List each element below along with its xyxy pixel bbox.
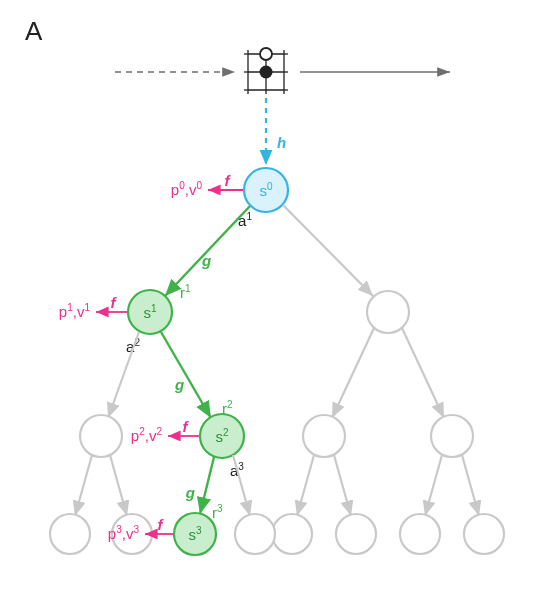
edge-gr1-l	[332, 328, 374, 418]
edge-s1-greyL	[108, 332, 139, 418]
stone-black	[260, 66, 273, 79]
edge-gr2r-r	[462, 455, 479, 516]
f2-label: f	[183, 418, 190, 435]
go-board-icon	[244, 48, 288, 94]
pv2-text: p2,v2	[131, 426, 163, 444]
grey-node-s2R	[235, 514, 275, 554]
edge-gr2l-l	[297, 455, 314, 516]
grey-node-bL1	[50, 514, 90, 554]
edge-s1-s2	[161, 332, 211, 418]
f1-label: f	[111, 294, 118, 311]
h-label: h	[277, 134, 286, 151]
grey-node-r2l	[303, 415, 345, 457]
f0-label: f	[225, 172, 232, 189]
g2-label: g	[174, 376, 184, 393]
r1-label: r1	[180, 283, 191, 301]
pv1-text: p1,v1	[59, 302, 91, 320]
edge-gr2l-r	[334, 455, 351, 516]
edge-gr2r-l	[425, 455, 442, 516]
f3-label: f	[158, 516, 165, 533]
grey-node-b2	[336, 514, 376, 554]
edge-s0-grey	[283, 205, 373, 296]
g1-label: g	[201, 252, 211, 269]
grey-node-s1L	[80, 415, 122, 457]
grey-node-r2r	[431, 415, 473, 457]
a1-label: a1	[238, 211, 252, 229]
edge-s1L-r	[110, 455, 127, 516]
r3-label: r3	[212, 503, 223, 521]
grey-node-b1	[272, 514, 312, 554]
grey-node-b4	[464, 514, 504, 554]
diagram-svg: A h s0 f p0,v	[0, 0, 554, 594]
panel-letter: A	[25, 16, 43, 46]
edge-gr1-r	[402, 328, 444, 418]
g3-label: g	[185, 484, 195, 501]
stone-white	[260, 48, 272, 60]
grey-node-r1	[367, 291, 409, 333]
pv0-text: p0,v0	[171, 180, 203, 198]
grey-node-b3	[400, 514, 440, 554]
diagram-canvas: A h s0 f p0,v	[0, 0, 554, 594]
edge-s1L-l	[75, 455, 92, 516]
